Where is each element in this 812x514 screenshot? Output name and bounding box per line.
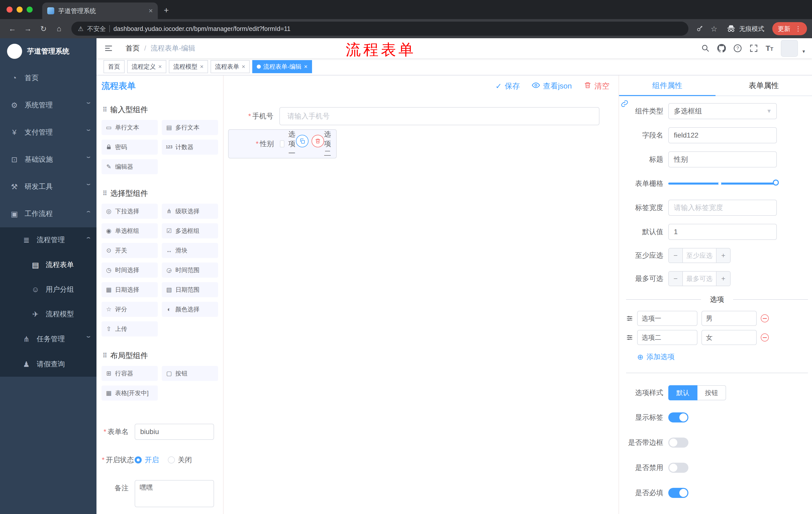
tag-process-definition[interactable]: 流程定义× [127,60,166,73]
decrease-button[interactable]: − [669,248,683,263]
palette-item-date-picker[interactable]: ▦日期选择 [102,282,158,297]
drag-handle-icon[interactable] [626,315,633,322]
window-zoom-button[interactable] [27,6,33,12]
sidebar-item-home[interactable]: ◔ 首页 [0,64,96,91]
grid-slider[interactable] [668,183,775,185]
close-icon[interactable]: × [242,63,245,70]
palette-item-rate[interactable]: ☆评分 [102,302,158,317]
drag-handle-icon[interactable] [626,334,633,341]
sidebar-item-task-mgmt[interactable]: ⋔ 任务管理 ˇ [0,326,96,352]
save-button[interactable]: ✓ 保存 [495,81,520,91]
border-switch[interactable] [668,437,688,448]
view-json-button[interactable]: 查看json [532,81,572,91]
reload-button[interactable]: ↻ [36,21,51,36]
disabled-switch[interactable] [668,463,688,473]
min-select-input[interactable]: 至少应选 [683,248,716,263]
sidebar-item-devtools[interactable]: ⚒ 研发工具 ˇ [0,173,96,200]
sidebar-item-process-mgmt[interactable]: ≣ 流程管理 ˆ [0,227,96,252]
bookmark-star-icon[interactable]: ☆ [707,24,721,33]
sidebar-item-process-form[interactable]: ▤ 流程表单 [0,252,96,277]
help-icon[interactable]: ? [733,44,742,53]
avatar-caret-icon[interactable]: ▾ [803,48,805,54]
slider-handle[interactable] [773,180,779,186]
window-close-button[interactable] [6,6,12,12]
remark-textarea[interactable]: 嘿嘿 [135,480,214,507]
tab-close-icon[interactable]: × [149,7,153,15]
field-gender-selected[interactable]: *性别 选项一 选项二 [228,129,337,158]
tab-form-props[interactable]: 表单属性 [716,76,812,96]
form-name-input[interactable]: biubiu [135,424,214,440]
tag-process-form[interactable]: 流程表单× [210,60,250,73]
label-width-input[interactable]: 请输入标签宽度 [668,200,777,216]
user-avatar[interactable] [781,40,798,57]
link-icon[interactable] [620,100,629,110]
palette-item-password[interactable]: 密码 [102,140,158,155]
palette-item-select[interactable]: ◎下拉选择 [102,204,158,219]
search-icon[interactable] [701,44,710,53]
option-value-input[interactable]: 男 [701,311,757,326]
address-bar[interactable]: ⚠ 不安全 dashboard.yudao.iocoder.cn/bpm/man… [71,22,688,36]
decrease-button[interactable]: − [669,272,683,286]
palette-item-checkbox-group[interactable]: ☑多选框组 [162,223,218,238]
palette-item-time-picker[interactable]: ◷时间选择 [102,263,158,278]
sidebar-item-process-model[interactable]: ✈ 流程模型 [0,302,96,326]
remove-option-button[interactable] [761,314,769,322]
increase-button[interactable]: + [716,272,730,286]
palette-item-date-range[interactable]: ▧日期范围 [162,282,218,297]
palette-item-editor[interactable]: ✎编辑器 [102,159,158,174]
window-minimize-button[interactable] [17,6,23,12]
show-label-switch[interactable] [668,412,688,423]
palette-item-switch[interactable]: ⊙开关 [102,243,158,258]
browser-menu-icon[interactable]: ⋮ [795,25,802,33]
palette-item-textarea[interactable]: ▤多行文本 [162,120,218,135]
sidebar-item-infra[interactable]: ⊡ 基础设施 ˇ [0,146,96,173]
tag-process-model[interactable]: 流程模型× [169,60,208,73]
max-select-input[interactable]: 最多可选 [683,272,716,286]
palette-item-slider[interactable]: ↔滑块 [162,243,218,258]
close-icon[interactable]: × [200,63,203,70]
palette-item-row-container[interactable]: ⊞行容器 [102,366,158,381]
forward-button[interactable]: → [21,21,35,36]
palette-item-button[interactable]: ▢按钮 [162,366,218,381]
sidebar-logo[interactable]: 芋道管理系统 [0,38,96,64]
github-icon[interactable] [717,44,726,53]
sidebar-item-workflow[interactable]: ▣ 工作流程 ˆ [0,200,96,227]
breadcrumb-home[interactable]: 首页 [126,44,140,53]
option-style-button-button[interactable]: 按钮 [697,385,726,400]
palette-item-time-range[interactable]: ◶时间范围 [162,263,218,278]
delete-component-button[interactable] [312,135,324,147]
palette-item-upload[interactable]: ⇧上传 [102,321,158,336]
tag-home[interactable]: 首页 [104,60,125,73]
palette-item-single-text[interactable]: ▭单行文本 [102,120,158,135]
title-input[interactable]: 性别 [668,152,777,167]
home-button[interactable]: ⌂ [52,21,66,36]
sidebar-item-payment[interactable]: ¥ 支付管理 ˇ [0,119,96,146]
sidebar-item-leave-query[interactable]: ♟ 请假查询 [0,352,96,377]
close-icon[interactable]: × [304,63,308,70]
password-key-icon[interactable] [693,25,706,32]
tag-process-form-edit[interactable]: 流程表单-编辑× [252,60,312,73]
remove-option-button[interactable] [761,333,769,342]
font-size-icon[interactable]: TT [765,44,773,53]
clear-button[interactable]: 清空 [584,81,609,91]
fullscreen-icon[interactable] [749,44,758,53]
palette-item-table[interactable]: ▦表格[开发中] [102,385,158,401]
field-name-input[interactable]: field122 [668,127,777,143]
update-button[interactable]: 更新 ⋮ [772,22,807,35]
tab-component-props[interactable]: 组件属性 [619,76,716,96]
option-style-default-button[interactable]: 默认 [668,385,697,400]
new-tab-button[interactable]: + [164,5,169,15]
sidebar-item-user-group[interactable]: ☺ 用户分组 [0,277,96,302]
browser-tab[interactable]: 芋道管理系统 × [42,2,158,19]
option-value-input[interactable]: 女 [701,330,757,345]
field-phone[interactable]: *手机号 请输入手机号 [228,103,612,129]
phone-input[interactable]: 请输入手机号 [279,107,600,125]
palette-item-cascader[interactable]: ⋔级联选择 [162,204,218,219]
default-value-input[interactable]: 1 [668,224,777,240]
sidebar-item-system[interactable]: ⚙ 系统管理 ˇ [0,91,96,119]
option-label-input[interactable]: 选项一 [637,311,697,326]
back-button[interactable]: ← [5,21,20,36]
status-radio-on[interactable]: 开启 [135,455,159,465]
increase-button[interactable]: + [716,248,730,263]
required-switch[interactable] [668,488,688,498]
